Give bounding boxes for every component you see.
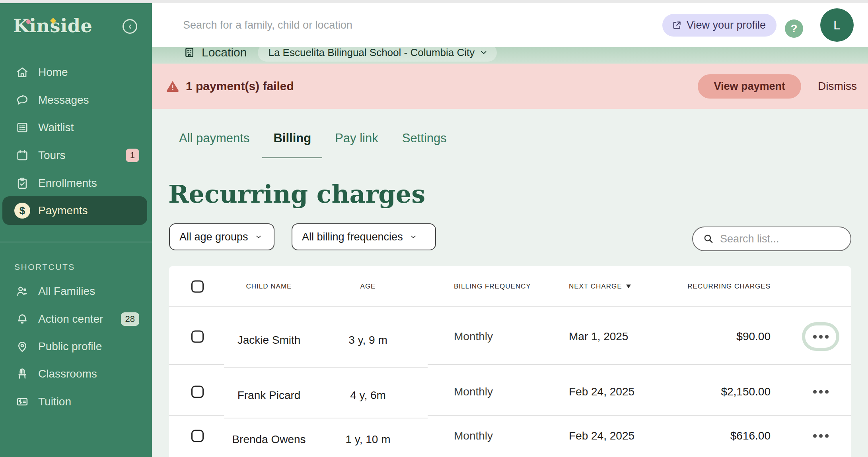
location-value: La Escuelita Bilingual School - Columbia… [268, 46, 475, 59]
sidebar-item-label: Tuition [38, 395, 71, 408]
recurring-charges-table: CHILD NAME AGE BILLING FREQUENCY NEXT CH… [169, 266, 851, 457]
bell-icon [15, 312, 29, 326]
recurring-charge-amount: $616.00 [651, 430, 771, 442]
home-icon [15, 65, 29, 79]
table-row: Jackie Smith 3 y, 9 m Monthly Mar 1, 202… [169, 306, 851, 367]
question-mark-icon: ? [790, 22, 797, 35]
view-profile-button[interactable]: View your profile [662, 14, 777, 37]
column-header-billing-frequency[interactable]: BILLING FREQUENCY [454, 283, 531, 290]
sidebar-item-all-families[interactable]: All Families [2, 277, 147, 306]
dismiss-button[interactable]: Dismiss [818, 80, 857, 93]
child-age: 4 y, 6m [320, 389, 416, 402]
payments-tabs: All payments Billing Pay link Settings [179, 131, 447, 148]
row-checkbox[interactable] [191, 386, 204, 398]
sidebar-item-payments[interactable]: $ Payments [2, 196, 147, 225]
sidebar-item-label: Tours [38, 149, 65, 162]
table-row: Frank Picard 4 y, 6m Monthly Feb 24, 202… [169, 364, 851, 420]
child-age: 3 y, 9 m [320, 334, 416, 347]
column-header-next-charge[interactable]: NEXT CHARGE [569, 283, 631, 290]
row-checkbox[interactable] [191, 331, 204, 343]
global-search-input[interactable] [183, 3, 541, 47]
sidebar-item-public-profile[interactable]: Public profile [2, 332, 147, 361]
child-age: 1 y, 10 m [320, 433, 416, 446]
next-charge-date: Feb 24, 2025 [569, 430, 634, 442]
shortcuts-section-label: SHORTCUTS [14, 262, 75, 272]
next-charge-date: Feb 24, 2025 [569, 385, 634, 398]
sidebar-item-label: Action center [38, 313, 103, 325]
table-row: Brenda Owens 1 y, 10 m Monthly Feb 24, 2… [169, 415, 851, 457]
select-all-checkbox[interactable] [191, 280, 204, 292]
tab-pay-link[interactable]: Pay link [335, 131, 378, 148]
sidebar-item-tours[interactable]: Tours 1 [2, 141, 147, 170]
sidebar-item-action-center[interactable]: Action center 28 [2, 305, 147, 333]
sidebar-item-home[interactable]: Home [2, 58, 147, 87]
money-check-icon [15, 395, 29, 409]
row-menu-button[interactable] [813, 335, 829, 339]
row-menu-button[interactable] [813, 390, 829, 394]
age-group-filter[interactable]: All age groups [169, 223, 274, 250]
sidebar-collapse-button[interactable] [123, 19, 137, 34]
clipboard-check-icon [15, 176, 29, 190]
row-menu-focus-ring [802, 322, 839, 351]
chevron-down-icon [409, 233, 417, 241]
chevron-down-icon [255, 233, 263, 241]
sidebar-item-label: Home [38, 66, 68, 79]
page-title: Recurring charges [168, 180, 425, 209]
speech-bubble-icon [15, 93, 29, 107]
location-label: Location [202, 46, 247, 59]
sidebar-item-classrooms[interactable]: Classrooms [2, 360, 147, 388]
sidebar-item-label: Payments [38, 204, 88, 217]
avatar-initial: L [833, 18, 841, 33]
app-window: Kinside Home Messages Waitlist Tours 1 E [0, 0, 868, 457]
sidebar-item-messages[interactable]: Messages [2, 86, 147, 114]
chair-icon [15, 367, 29, 381]
list-card-icon [15, 120, 29, 135]
map-pin-icon [15, 339, 29, 354]
billing-frequency-filter[interactable]: All billing frequencies [292, 223, 436, 250]
tab-all-payments[interactable]: All payments [179, 131, 249, 148]
child-name[interactable]: Brenda Owens [213, 433, 325, 446]
alert-actions: View payment Dismiss [698, 74, 857, 99]
logo-pink-dot [26, 19, 31, 24]
view-profile-label: View your profile [687, 19, 766, 31]
sidebar-divider [0, 242, 152, 242]
calendar-icon [15, 148, 29, 163]
building-icon [183, 46, 196, 59]
age-group-filter-value: All age groups [179, 231, 248, 243]
column-header-age[interactable]: AGE [320, 283, 416, 290]
list-search-input[interactable] [720, 233, 839, 245]
row-checkbox[interactable] [191, 430, 204, 442]
help-button[interactable]: ? [785, 19, 803, 38]
sidebar-item-label: All Families [38, 285, 95, 298]
tours-badge: 1 [126, 149, 139, 162]
column-header-label: NEXT CHARGE [569, 283, 622, 290]
row-menu-button[interactable] [813, 434, 829, 438]
child-name[interactable]: Frank Picard [213, 389, 325, 402]
top-header: View your profile ? L [152, 3, 868, 47]
billing-frequency: Monthly [454, 385, 493, 398]
sidebar-item-tuition[interactable]: Tuition [2, 387, 147, 416]
view-payment-button[interactable]: View payment [698, 74, 801, 99]
sidebar-item-waitlist[interactable]: Waitlist [2, 113, 147, 142]
sidebar-item-label: Waitlist [38, 121, 74, 134]
sidebar-item-label: Classrooms [38, 368, 97, 380]
sidebar: Kinside Home Messages Waitlist Tours 1 E [0, 3, 152, 457]
action-center-badge: 28 [121, 312, 139, 326]
sidebar-item-enrollments[interactable]: Enrollments [2, 169, 147, 198]
sidebar-item-label: Enrollments [38, 177, 97, 190]
sort-desc-icon [626, 284, 631, 289]
billing-frequency: Monthly [454, 330, 493, 343]
alert-message: 1 payment(s) failed [186, 79, 294, 93]
table-header-row: CHILD NAME AGE BILLING FREQUENCY NEXT CH… [169, 266, 851, 306]
list-search [692, 227, 851, 251]
child-name[interactable]: Jackie Smith [213, 334, 325, 347]
column-header-recurring-charges[interactable]: RECURRING CHARGES [651, 283, 771, 290]
external-link-icon [671, 20, 682, 31]
column-header-child-name[interactable]: CHILD NAME [213, 283, 325, 290]
next-charge-date: Mar 1, 2025 [569, 330, 628, 343]
billing-frequency-filter-value: All billing frequencies [302, 231, 403, 243]
tab-settings[interactable]: Settings [402, 131, 447, 148]
user-avatar[interactable]: L [820, 8, 854, 42]
tab-billing[interactable]: Billing [273, 131, 311, 148]
people-icon [15, 284, 29, 298]
